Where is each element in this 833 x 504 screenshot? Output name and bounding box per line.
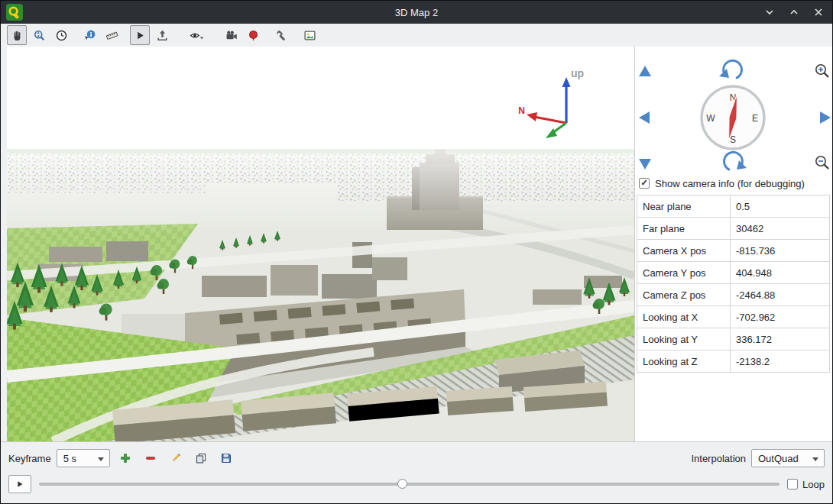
keyframe-duration-value: 5 s	[63, 453, 76, 464]
chevron-down-icon	[765, 8, 774, 17]
compass-w-label: W	[706, 113, 715, 124]
save-as-image-button[interactable]	[300, 25, 319, 45]
info-value-cell: -2464.88	[731, 284, 830, 306]
info-value-cell: -2138.2	[731, 351, 830, 373]
nav-tilt-up-button[interactable]	[639, 66, 651, 76]
movie-camera-icon	[225, 29, 238, 42]
info-value-cell: 0.5	[731, 195, 830, 218]
svg-text:up: up	[571, 67, 584, 79]
nav-zoom-in-button[interactable]	[816, 65, 828, 77]
show-camera-info-checkbox-row[interactable]: Show camera info (for debugging)	[639, 176, 805, 191]
navigation-widget: N W E S	[635, 53, 833, 179]
table-row: Camera X pos-815.736	[637, 240, 830, 262]
info-label-cell: Looking at X	[637, 306, 731, 328]
camera-control-pan-button[interactable]	[7, 25, 27, 45]
clock-icon	[55, 29, 68, 42]
info-value-cell: 336.172	[731, 328, 830, 351]
window-title: 3D Map 2	[1, 7, 832, 18]
loop-checkbox-row[interactable]: Loop	[787, 479, 825, 490]
table-row: Near plane0.5	[637, 195, 830, 218]
nav-tilt-down-button[interactable]	[639, 159, 651, 170]
keyframe-row: Keyframe 5 s Interpolation OutQuad	[1, 448, 832, 468]
compass-e-label: E	[752, 113, 758, 124]
minus-icon	[144, 452, 157, 464]
keyframe-label: Keyframe	[8, 453, 51, 464]
measure-line-button[interactable]	[102, 25, 122, 45]
table-row: Looking at Y336.172	[637, 328, 830, 351]
titlebar[interactable]: 3D Map 2	[1, 1, 832, 24]
identify-button[interactable]	[79, 25, 99, 45]
play-icon	[135, 30, 146, 41]
export-up-arrow-icon	[156, 29, 169, 42]
interpolation-value: OutQuad	[758, 453, 799, 464]
eye-dome-lighting-button[interactable]	[186, 25, 206, 45]
duplicate-keyframe-button[interactable]	[191, 449, 211, 467]
info-label-cell: Camera X pos	[637, 240, 731, 262]
eye-icon	[190, 29, 204, 42]
ruler-icon	[105, 29, 118, 42]
interpolation-combo[interactable]: OutQuad	[751, 449, 825, 467]
info-value-cell: 30462	[731, 218, 830, 240]
floppy-save-icon	[220, 452, 232, 464]
shade-button[interactable]	[763, 6, 776, 18]
toolbar	[1, 24, 832, 47]
slider-groove[interactable]	[39, 483, 780, 486]
configure-button[interactable]	[271, 25, 291, 45]
export-animation-frames-button[interactable]	[152, 25, 172, 45]
loop-checkbox[interactable]	[787, 479, 798, 489]
info-label-cell: Looking at Z	[637, 351, 731, 373]
nav-zoom-out-button[interactable]	[816, 157, 828, 169]
zoom-full-button[interactable]	[29, 25, 49, 45]
red-sphere-icon	[247, 29, 260, 42]
zoom-full-icon	[33, 29, 46, 42]
qgis-logo-icon	[6, 4, 23, 21]
qgis-3d-map-window: 3D Map 2	[0, 0, 833, 504]
table-row: Far plane30462	[637, 218, 830, 240]
identify-icon	[83, 29, 96, 42]
loop-label: Loop	[802, 479, 825, 490]
show-camera-info-checkbox[interactable]	[639, 178, 650, 189]
save-animation-button[interactable]	[216, 449, 236, 467]
chevron-up-icon	[789, 8, 799, 17]
svg-text:N: N	[518, 105, 525, 116]
table-row: Camera Y pos404.948	[637, 262, 830, 284]
play-icon	[15, 480, 24, 489]
image-icon	[303, 29, 316, 42]
nav-rotate-ccw-button[interactable]	[719, 60, 742, 78]
pan-hand-icon	[11, 29, 24, 42]
add-keyframe-button[interactable]	[115, 449, 135, 467]
show-camera-info-label: Show camera info (for debugging)	[655, 178, 805, 189]
play-animation-button[interactable]	[130, 25, 150, 45]
info-value-cell: -815.736	[731, 240, 830, 262]
camera-info-table: Near plane0.5 Far plane30462 Camera X po…	[637, 195, 830, 373]
info-label-cell: Far plane	[637, 218, 731, 240]
close-button[interactable]	[812, 6, 825, 18]
keyframe-duration-combo[interactable]: 5 s	[57, 449, 110, 467]
scene-camera-button[interactable]	[221, 25, 241, 45]
edit-keyframe-button[interactable]	[166, 449, 186, 467]
play-button[interactable]	[8, 475, 31, 493]
info-label-cell: Near plane	[637, 195, 731, 218]
animation-timer-button[interactable]	[51, 25, 71, 45]
compass[interactable]: N W E S	[702, 86, 764, 149]
copy-icon	[195, 452, 207, 464]
plus-icon	[119, 452, 131, 464]
highlight-tool-button[interactable]	[243, 25, 263, 45]
table-row: Looking at X-702.962	[637, 306, 830, 328]
maximize-button[interactable]	[788, 6, 800, 18]
3d-viewport[interactable]: up N	[7, 47, 634, 441]
3d-scene: up N	[7, 47, 634, 441]
info-label-cell: Looking at Y	[637, 328, 731, 351]
info-label-cell: Camera Y pos	[637, 262, 731, 284]
table-row: Looking at Z-2138.2	[637, 351, 830, 373]
close-icon	[814, 8, 823, 17]
nav-pan-left-button[interactable]	[639, 111, 650, 124]
nav-rotate-cw-button[interactable]	[724, 152, 747, 170]
slider-handle[interactable]	[397, 479, 407, 489]
timeline-slider[interactable]	[39, 477, 780, 492]
nav-pan-right-button[interactable]	[820, 111, 831, 124]
remove-keyframe-button[interactable]	[141, 449, 160, 467]
table-row: Camera Z pos-2464.88	[637, 284, 830, 306]
interpolation-label: Interpolation	[691, 453, 746, 464]
info-label-cell: Camera Z pos	[637, 284, 731, 306]
